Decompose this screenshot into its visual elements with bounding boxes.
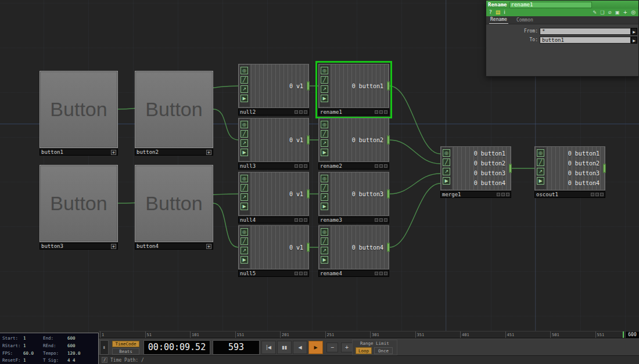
output-connector[interactable]	[387, 190, 390, 199]
export-flag-icon[interactable]: ↗	[240, 193, 248, 201]
viewer-flag-icon[interactable]: ◎	[240, 175, 248, 182]
from-field[interactable]: *	[540, 28, 631, 35]
button-panel[interactable]: Button	[135, 165, 213, 242]
chop-node-merge1[interactable]: ◎╱↗▶0 button10 button20 button30 button4…	[440, 146, 511, 198]
play-reverse-button[interactable]: ◀	[293, 341, 307, 354]
node-name-bar[interactable]: button3+	[40, 243, 118, 250]
output-connector[interactable]	[387, 243, 390, 252]
bypass-flag-icon[interactable]: ╱	[240, 184, 248, 192]
node-flag-toggle[interactable]	[497, 193, 500, 196]
output-connector[interactable]	[387, 136, 390, 145]
expand-plus-icon[interactable]: +	[111, 150, 116, 155]
node-flag-toggle[interactable]	[295, 110, 298, 114]
node-flag-toggle[interactable]	[379, 164, 383, 168]
node-flag-toggle[interactable]	[591, 193, 594, 196]
timeline-playhead[interactable]	[623, 331, 624, 338]
play-button[interactable]: ▶	[308, 341, 323, 354]
current-flag-icon[interactable]: ▶	[321, 95, 328, 102]
expand-arrow-icon[interactable]: ▶	[631, 37, 637, 44]
path-icon[interactable]: /	[102, 357, 107, 363]
node-flag-toggle[interactable]	[506, 193, 509, 196]
bypass-flag-icon[interactable]: ╱	[240, 76, 248, 84]
chop-node-rename3[interactable]: ◎╱↗▶0 button3rename3	[318, 172, 389, 224]
step-back-button[interactable]: −	[326, 343, 338, 352]
current-flag-icon[interactable]: ▶	[321, 149, 328, 156]
chop-node-body[interactable]: ◎╱↗▶0 button4	[318, 225, 389, 269]
node-flag-toggle[interactable]	[304, 164, 307, 168]
node-flag-toggle[interactable]	[299, 110, 303, 114]
chop-node-body[interactable]: ◎╱↗▶0 v1	[238, 225, 309, 269]
current-flag-icon[interactable]: ▶	[240, 149, 248, 156]
chop-node-null5[interactable]: ◎╱↗▶0 v1null5	[238, 225, 309, 277]
output-connector[interactable]	[307, 243, 310, 252]
output-connector[interactable]	[307, 190, 310, 199]
viewer-flag-icon[interactable]: ◎	[321, 228, 328, 236]
copy-icon[interactable]: ▣	[615, 9, 620, 16]
expand-plus-icon[interactable]: +	[206, 150, 211, 155]
viewer-flag-icon[interactable]: ◎	[321, 121, 328, 128]
export-flag-icon[interactable]: ↗	[321, 247, 328, 254]
transport-drag-handle[interactable]: ▮	[100, 340, 109, 355]
node-flag-toggle[interactable]	[375, 164, 378, 168]
chop-node-oscout1[interactable]: ◎╱↗▶0 button10 button20 button30 button4…	[534, 146, 605, 198]
viewer-flag-icon[interactable]: ◎	[443, 149, 450, 157]
bypass-flag-icon[interactable]: ╱	[321, 130, 328, 138]
viewer-flag-icon[interactable]: ◎	[321, 175, 328, 182]
gear-icon[interactable]: ◎	[631, 9, 636, 16]
node-flag-toggle[interactable]	[600, 193, 604, 196]
node-flag-toggle[interactable]	[304, 272, 307, 275]
bypass-flag-icon[interactable]: ╱	[443, 158, 450, 166]
node-flag-toggle[interactable]	[379, 272, 383, 275]
chop-node-body[interactable]: ◎╱↗▶0 v1	[238, 172, 309, 216]
node-name-bar[interactable]: merge1	[440, 191, 511, 198]
output-connector[interactable]	[603, 164, 606, 173]
chop-node-body[interactable]: ◎╱↗▶0 button1	[318, 64, 389, 108]
export-flag-icon[interactable]: ↗	[321, 193, 328, 201]
expand-arrow-icon[interactable]: ▶	[631, 28, 637, 35]
language-icon[interactable]: ▤	[496, 9, 501, 16]
node-flag-toggle[interactable]	[384, 164, 387, 168]
chop-node-null3[interactable]: ◎╱↗▶0 v1null3	[238, 118, 309, 170]
expand-plus-icon[interactable]: +	[206, 244, 211, 249]
button-panel[interactable]: Button	[40, 165, 118, 242]
export-flag-icon[interactable]: ↗	[443, 168, 450, 175]
export-flag-icon[interactable]: ↗	[240, 139, 248, 147]
viewer-flag-icon[interactable]: ◎	[321, 67, 328, 74]
output-connector[interactable]	[509, 164, 512, 173]
chop-node-rename2[interactable]: ◎╱↗▶0 button2rename2	[318, 118, 389, 170]
viewer-flag-icon[interactable]: ◎	[240, 67, 248, 74]
node-flag-toggle[interactable]	[299, 164, 303, 168]
node-flag-toggle[interactable]	[304, 110, 307, 114]
viewer-flag-icon[interactable]: ◎	[537, 149, 544, 157]
bypass-flag-icon[interactable]: ╱	[321, 184, 328, 192]
frame-display[interactable]: 593	[213, 340, 260, 355]
export-flag-icon[interactable]: ↗	[537, 168, 544, 175]
chop-node-body[interactable]: ◎╱↗▶0 button2	[318, 118, 389, 162]
step-forward-button[interactable]: +	[341, 343, 353, 352]
node-flag-toggle[interactable]	[379, 110, 383, 114]
once-button[interactable]: Once	[374, 347, 393, 354]
node-flag-toggle[interactable]	[299, 218, 303, 222]
export-flag-icon[interactable]: ↗	[321, 139, 328, 147]
op-name-field[interactable]: rename1	[509, 2, 592, 8]
output-connector[interactable]	[307, 82, 310, 91]
beats-mode-button[interactable]: Beats	[112, 348, 139, 355]
node-name-bar[interactable]: rename1	[318, 109, 389, 116]
pencil-icon[interactable]: ✎	[593, 9, 597, 16]
node-name-bar[interactable]: null3	[238, 163, 309, 170]
current-flag-icon[interactable]: ▶	[240, 203, 248, 210]
viewer-flag-icon[interactable]: ◎	[240, 121, 248, 128]
node-name-bar[interactable]: null5	[238, 270, 309, 277]
to-field[interactable]: button1	[540, 37, 631, 44]
comp-node-button4[interactable]: Buttonbutton4+	[135, 165, 213, 250]
chop-node-null2[interactable]: ◎╱↗▶0 v1null2	[238, 64, 309, 116]
button-panel[interactable]: Button	[40, 71, 118, 148]
info-icon[interactable]: i	[504, 9, 505, 16]
node-flag-toggle[interactable]	[375, 110, 378, 114]
node-name-bar[interactable]: rename3	[318, 217, 389, 224]
chop-node-body[interactable]: ◎╱↗▶0 button3	[318, 172, 389, 216]
current-flag-icon[interactable]: ▶	[240, 256, 248, 264]
node-flag-toggle[interactable]	[304, 218, 307, 222]
param-dialog-titlebar[interactable]: Rename rename1	[486, 1, 638, 9]
export-flag-icon[interactable]: ↗	[321, 85, 328, 93]
